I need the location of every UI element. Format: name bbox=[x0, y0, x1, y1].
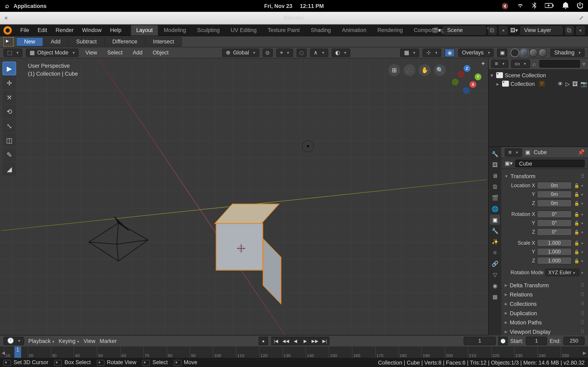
outliner-collection[interactable]: ▸ Collection ▽ 👁 ▷ 🖼 📷 bbox=[489, 80, 587, 88]
play-reverse-button[interactable]: ◀ bbox=[291, 337, 300, 345]
panel-relations[interactable]: ▶Relations⠿ bbox=[505, 290, 585, 299]
keyframe-next-button[interactable]: ▶▶ bbox=[310, 337, 320, 345]
vh-menu-object[interactable]: Object bbox=[149, 49, 172, 56]
tl-view-menu[interactable]: View bbox=[84, 338, 95, 344]
blender-logo-icon[interactable] bbox=[3, 26, 12, 34]
restrict-holdout-icon[interactable]: 📷 bbox=[580, 81, 587, 87]
rotation-mode-dropdown[interactable]: XYZ Euler bbox=[545, 269, 580, 276]
proportional-icon[interactable]: ◌ bbox=[296, 48, 306, 57]
lock-icon[interactable]: 🔓 bbox=[573, 221, 579, 225]
op-difference[interactable]: Difference bbox=[105, 37, 145, 46]
shading-rendered[interactable] bbox=[539, 48, 547, 57]
lock-icon[interactable]: 🔓 bbox=[573, 241, 579, 245]
scene-camera[interactable] bbox=[85, 219, 152, 271]
timeline-ruler[interactable]: ◀ 1 102030405060708090100110120130140150… bbox=[0, 346, 588, 358]
outliner-filter-icon[interactable]: ▿ bbox=[582, 60, 586, 67]
lock-icon[interactable]: 🔓 bbox=[573, 192, 579, 197]
lock-icon[interactable]: 🔓 bbox=[573, 201, 579, 206]
tl-keying-menu[interactable]: Keying bbox=[59, 338, 79, 344]
jump-start-button[interactable]: |◀ bbox=[271, 337, 281, 345]
battery-icon[interactable] bbox=[545, 3, 554, 9]
xray-toggle[interactable]: ▣ bbox=[497, 48, 507, 57]
vh-menu-add[interactable]: Add bbox=[130, 49, 146, 56]
restrict-viewport-icon[interactable]: 👁 bbox=[558, 81, 563, 87]
view-layer-field[interactable]: View Layer bbox=[520, 26, 562, 34]
tab-shading[interactable]: Shading bbox=[305, 25, 337, 36]
location-x-field[interactable]: 0m bbox=[537, 182, 572, 189]
tl-playback-menu[interactable]: Playback bbox=[28, 338, 54, 344]
outliner-display-mode[interactable]: ▭ bbox=[511, 59, 530, 68]
window-close-button[interactable]: × bbox=[4, 14, 8, 21]
tab-rendering[interactable]: Rendering bbox=[372, 25, 408, 36]
editor-type-dropdown[interactable]: ⬚ bbox=[3, 48, 22, 57]
3d-viewport[interactable]: ▶ ✛ ⤧ ⟲ ⤡ ◫ ✎ ◢ User Perspective (1) Col… bbox=[0, 58, 488, 335]
scene-new-button[interactable]: ⿻ bbox=[488, 26, 497, 34]
scene-browse-icon[interactable]: 🎬▾ bbox=[432, 27, 441, 33]
volume-mute-icon[interactable]: 🔇 bbox=[502, 3, 508, 9]
op-intersect[interactable]: Intersect bbox=[145, 37, 182, 46]
ptab-output[interactable]: 🖥 bbox=[490, 171, 500, 181]
visibility-dropdown[interactable]: ▦ bbox=[400, 48, 419, 57]
outliner-scene-collection[interactable]: ▾ Scene Collection bbox=[489, 71, 587, 79]
ptab-mesh[interactable]: ▽ bbox=[490, 269, 500, 280]
playhead[interactable]: 1 bbox=[14, 346, 21, 358]
op-subtract[interactable]: Subtract bbox=[69, 37, 105, 46]
lock-icon[interactable]: 🔓 bbox=[573, 258, 579, 263]
menu-render[interactable]: Render bbox=[51, 24, 78, 36]
clock-time[interactable]: 12:11 PM bbox=[300, 3, 324, 9]
vh-menu-select[interactable]: Select bbox=[104, 49, 126, 56]
pin-icon[interactable]: 📌 bbox=[578, 149, 585, 155]
play-button[interactable]: ▶ bbox=[301, 337, 310, 345]
snap-dropdown[interactable]: ⌖ bbox=[276, 48, 293, 57]
ptab-physics[interactable]: ⚛ bbox=[490, 248, 500, 258]
ptab-view-layer[interactable]: 🖻 bbox=[490, 182, 500, 192]
overlays-toggle[interactable]: ◉ bbox=[445, 48, 455, 57]
scroll-right-icon[interactable]: ▶ bbox=[583, 351, 586, 355]
power-icon[interactable] bbox=[577, 2, 583, 10]
mode-dropdown[interactable]: ▦ Object Mode bbox=[26, 48, 78, 57]
op-add[interactable]: Add bbox=[43, 37, 69, 46]
scene-cube[interactable] bbox=[216, 223, 263, 270]
bluetooth-icon[interactable] bbox=[532, 2, 536, 10]
zoom-icon[interactable]: 🔍 bbox=[434, 64, 446, 76]
menu-window[interactable]: Window bbox=[78, 24, 106, 36]
shading-wireframe[interactable] bbox=[511, 48, 519, 57]
ptab-particles[interactable]: ✨ bbox=[490, 236, 500, 247]
ptab-object[interactable]: ▣ bbox=[490, 215, 500, 225]
properties-editor-type[interactable]: ≡ bbox=[505, 148, 522, 156]
ptab-tool[interactable]: 🔧 bbox=[490, 149, 500, 159]
scroll-left-icon[interactable]: ◀ bbox=[2, 351, 5, 355]
zoom-view-icon[interactable]: ⊞ bbox=[388, 64, 400, 76]
scale-z-field[interactable]: 1.000 bbox=[537, 257, 572, 264]
gizmo-dropdown[interactable]: ⊹ bbox=[423, 48, 441, 57]
camera-view-icon[interactable]: 🎥 bbox=[404, 64, 415, 76]
tab-uv-editing[interactable]: UV Editing bbox=[225, 25, 262, 36]
panel-duplication[interactable]: ▶Duplication⠿ bbox=[505, 308, 585, 318]
ptab-world[interactable]: 🌐 bbox=[490, 204, 500, 214]
tab-animation[interactable]: Animation bbox=[337, 25, 372, 36]
jump-end-button[interactable]: ▶| bbox=[320, 337, 329, 345]
restrict-render-icon[interactable]: 🖼 bbox=[572, 81, 578, 87]
menu-edit[interactable]: Edit bbox=[34, 24, 52, 36]
tl-marker-menu[interactable]: Marker bbox=[100, 338, 117, 344]
location-y-field[interactable]: 0m bbox=[537, 191, 572, 198]
window-restore-button[interactable] bbox=[579, 15, 584, 21]
restrict-select-icon[interactable]: ▷ bbox=[566, 81, 570, 87]
activities-search-icon[interactable] bbox=[5, 2, 13, 9]
lock-icon[interactable]: 🔓 bbox=[573, 230, 579, 234]
timeline-editor-type[interactable]: 🕐 bbox=[3, 337, 24, 345]
lock-icon[interactable]: 🔓 bbox=[573, 249, 579, 254]
ptab-material[interactable]: ◉ bbox=[490, 281, 500, 291]
panel-delta-transform[interactable]: ▶Delta Transform⠿ bbox=[505, 281, 585, 290]
shading-dropdown[interactable]: Shading bbox=[550, 48, 585, 57]
auto-keying-toggle[interactable]: ● bbox=[259, 337, 268, 345]
ptab-texture[interactable]: ▦ bbox=[490, 292, 500, 302]
datablock-icon[interactable]: ▣▾ bbox=[505, 160, 513, 166]
ptab-modifiers[interactable]: 🔧 bbox=[490, 225, 500, 236]
scene-light[interactable] bbox=[300, 139, 316, 154]
vh-menu-view[interactable]: View bbox=[82, 49, 100, 56]
view-layer-browse-icon[interactable]: 🖼▾ bbox=[510, 27, 518, 33]
rotation-y-field[interactable]: 0° bbox=[537, 219, 572, 227]
use-preview-range[interactable]: 🕐 bbox=[498, 337, 508, 345]
options-dropdown[interactable]: ◐ bbox=[331, 48, 350, 57]
